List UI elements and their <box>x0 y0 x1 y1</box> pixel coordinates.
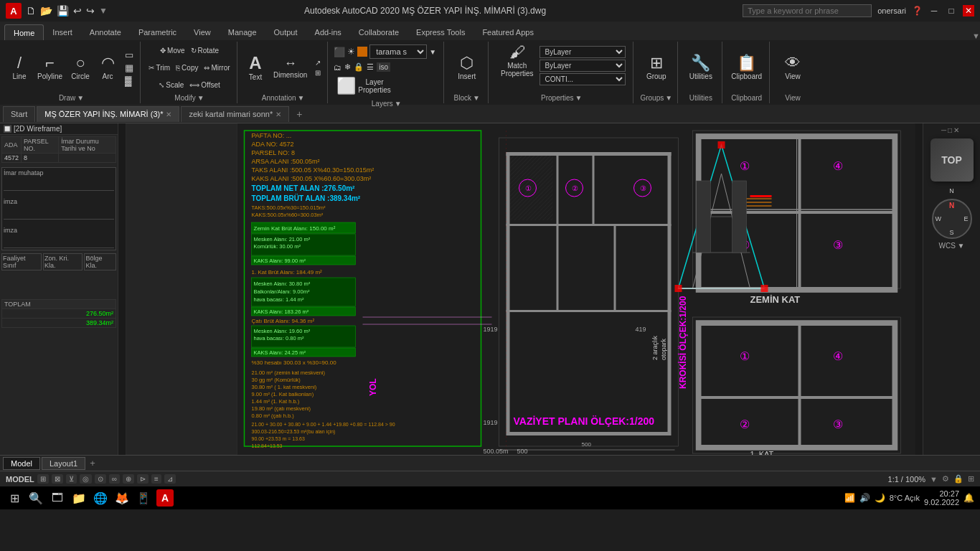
layer-properties-button[interactable]: ⬜ LayerProperties <box>334 75 394 97</box>
viewcube[interactable]: TOP <box>930 138 974 182</box>
tab-manage[interactable]: Manage <box>220 24 265 40</box>
line-button[interactable]: / Line <box>7 54 32 82</box>
close-doc1-icon[interactable]: ✕ <box>166 110 171 118</box>
dimension-button[interactable]: ↔ Dimension <box>270 55 310 80</box>
ortho-toggle[interactable]: ⊻ <box>66 474 77 484</box>
phone-link-button[interactable]: 📱 <box>135 489 152 507</box>
lw-toggle[interactable]: ≡ <box>151 474 161 484</box>
layer-iso-btn[interactable]: iso <box>377 62 390 72</box>
search-input[interactable] <box>743 4 872 17</box>
scale-btn[interactable]: ⤡Scale <box>156 80 186 90</box>
snap-toggle[interactable]: ⊠ <box>52 474 63 484</box>
tab-view[interactable]: View <box>185 24 220 40</box>
mirror-btn[interactable]: ⇔Mirror <box>202 63 232 72</box>
search-taskbar-button[interactable]: 🔍 <box>27 489 44 507</box>
polar-toggle[interactable]: ◎ <box>80 474 92 484</box>
layer-freeze-btn[interactable]: ❄ <box>344 62 351 72</box>
clipboard-button[interactable]: 📋 Clipboard <box>728 54 765 82</box>
more-icon[interactable]: ▼ <box>99 6 108 16</box>
trim-btn[interactable]: ✂Trim <box>146 63 172 72</box>
dyn-toggle[interactable]: ⊳ <box>137 474 149 484</box>
model-tab[interactable]: Model <box>3 457 40 470</box>
firefox-button[interactable]: 🦊 <box>113 489 131 507</box>
battery-icon[interactable]: 🌙 <box>875 493 885 503</box>
notification-icon[interactable]: 🔔 <box>963 493 974 503</box>
close-btn[interactable]: ✕ <box>963 5 974 17</box>
layer-props-btn[interactable]: 🗂 <box>334 63 341 72</box>
task-view-button[interactable]: 🗔 <box>49 489 66 507</box>
match-properties-button[interactable]: 🖌 Match Properties <box>498 43 537 79</box>
group-button[interactable]: ⊞ Group <box>644 54 669 82</box>
new-icon[interactable]: 🗋 <box>26 5 36 17</box>
copy-btn[interactable]: ⎘Copy <box>174 63 200 72</box>
layer-lock-btn[interactable]: 🔒 <box>354 62 364 72</box>
color-dropdown[interactable]: ByLayer <box>540 46 626 58</box>
tab-insert[interactable]: Insert <box>44 24 81 40</box>
tab-collaborate[interactable]: Collaborate <box>350 24 407 40</box>
leader-btn[interactable]: ↗ <box>313 58 323 67</box>
workspace-icon[interactable]: ⚙ <box>942 474 949 484</box>
new-layout-button[interactable]: + <box>87 458 98 468</box>
volume-icon[interactable]: 🔊 <box>859 493 870 503</box>
tab-addins[interactable]: Add-ins <box>306 24 350 40</box>
float-panel-btn[interactable]: □ <box>948 126 952 134</box>
tab-doc1[interactable]: MŞ ÖZER YAPI İNŞ. MİMARİ (3)* ✕ <box>37 106 179 122</box>
browser-button[interactable]: 🌐 <box>92 489 109 507</box>
tab-doc2[interactable]: zeki kartal mimari sonn* ✕ <box>181 106 289 122</box>
insert-button[interactable]: ⬡ Insert <box>455 54 479 82</box>
gradient-btn[interactable]: ▓ <box>123 75 136 87</box>
modify-expand-icon[interactable]: ▼ <box>197 94 204 102</box>
tab-home[interactable]: Home <box>4 24 44 40</box>
file-explorer-button[interactable]: 📁 <box>70 489 88 507</box>
minimize-panel-btn[interactable]: ─ <box>941 126 946 134</box>
settings-icon[interactable]: ⊞ <box>968 474 974 484</box>
groups-expand-icon[interactable]: ▼ <box>665 94 672 102</box>
layer-dropdown-arrow[interactable]: ▼ <box>429 48 436 56</box>
hatch-btn[interactable]: ▦ <box>123 62 136 74</box>
minimize-btn[interactable]: ─ <box>928 5 940 17</box>
wifi-icon[interactable]: 📶 <box>844 493 855 503</box>
table-btn[interactable]: ⊞ <box>313 68 323 77</box>
block-expand-icon[interactable]: ▼ <box>473 94 480 102</box>
circle-button[interactable]: ○ Circle <box>68 54 93 82</box>
annotation-expand-icon[interactable]: ▼ <box>298 94 305 102</box>
save-icon[interactable]: 💾 <box>57 5 69 17</box>
layer-dropdown[interactable]: tarama s <box>369 44 427 59</box>
rectangle-btn[interactable]: ▭ <box>123 49 136 61</box>
layer-state-btn[interactable]: ☰ <box>367 62 374 72</box>
tab-annotate[interactable]: Annotate <box>81 24 130 40</box>
tab-featured[interactable]: Featured Apps <box>473 24 542 40</box>
osnap-toggle[interactable]: ⊙ <box>95 474 106 484</box>
close-panel-btn[interactable]: ✕ <box>953 126 959 134</box>
lineweight-dropdown[interactable]: CONTI... <box>540 73 626 85</box>
wcs-button[interactable]: WCS ▼ <box>938 242 964 250</box>
grid-toggle[interactable]: ⊞ <box>37 474 49 484</box>
clock-area[interactable]: 20:27 9.02.2022 <box>924 489 959 507</box>
arc-button[interactable]: ◠ Arc <box>95 54 120 82</box>
otrack-toggle[interactable]: ∞ <box>109 474 120 484</box>
tab-start[interactable]: Start <box>3 106 35 122</box>
open-icon[interactable]: 📂 <box>40 5 52 17</box>
autocad-taskbar-btn[interactable]: A <box>156 489 174 507</box>
rotate-btn[interactable]: ↻Rotate <box>189 46 221 55</box>
canvas-area[interactable]: PAFTA NO: ... ADA NO: 4572 PARSEL NO: 8 … <box>118 123 923 455</box>
ribbon-expand-icon[interactable]: ▼ <box>972 32 980 40</box>
close-doc2-icon[interactable]: ✕ <box>275 110 281 118</box>
utilities-button[interactable]: 🔧 Utilities <box>687 54 715 82</box>
start-menu-button[interactable]: ⊞ <box>6 489 23 507</box>
offset-btn[interactable]: ⟺Offset <box>187 80 222 90</box>
maximize-btn[interactable]: □ <box>946 5 957 17</box>
tab-output[interactable]: Output <box>265 24 306 40</box>
draw-expand-icon[interactable]: ▼ <box>77 94 84 102</box>
redo-icon[interactable]: ↪ <box>86 5 95 17</box>
tab-express[interactable]: Express Tools <box>407 24 473 40</box>
ducs-toggle[interactable]: ⊕ <box>123 474 134 484</box>
layout1-tab[interactable]: Layout1 <box>42 457 85 470</box>
move-btn[interactable]: ✥Move <box>158 46 187 55</box>
text-button[interactable]: A Text <box>243 53 268 83</box>
view-button[interactable]: 👁 View <box>781 54 805 82</box>
tp-toggle[interactable]: ⊿ <box>164 474 176 484</box>
linetype-dropdown[interactable]: ByLayer <box>540 60 626 72</box>
properties-expand-icon[interactable]: ▼ <box>575 94 583 102</box>
new-tab-button[interactable]: + <box>291 107 308 121</box>
